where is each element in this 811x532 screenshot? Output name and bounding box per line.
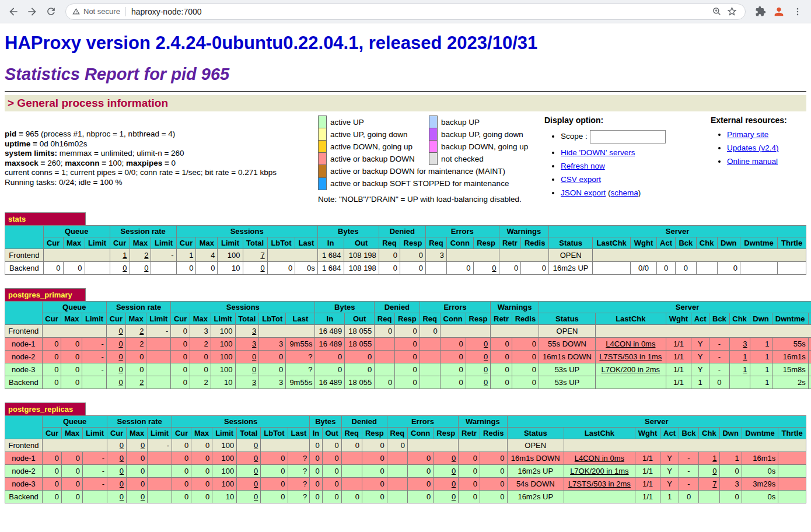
- cell: 0: [261, 490, 288, 503]
- column-header: Dwn: [719, 427, 742, 439]
- link[interactable]: Hide 'DOWN' servers: [561, 148, 635, 157]
- cell: [261, 439, 310, 452]
- profile-avatar[interactable]: [770, 3, 788, 20]
- cell: 0: [362, 490, 387, 503]
- scope-item: Scope :: [561, 130, 711, 144]
- cell: 2: [130, 249, 151, 261]
- legend-swatch: [319, 153, 327, 165]
- cell: -: [82, 337, 107, 350]
- link[interactable]: Updates (v2.4): [727, 144, 779, 152]
- scope-input[interactable]: [590, 130, 666, 144]
- cell: Y: [660, 452, 679, 464]
- column-header: Act: [656, 237, 675, 249]
- link[interactable]: Online manual: [727, 157, 778, 166]
- column-header: Cur: [42, 313, 61, 324]
- cell: 0: [171, 376, 190, 388]
- cell: [42, 324, 106, 337]
- link[interactable]: Primary site: [727, 130, 768, 139]
- cell: 1: [750, 350, 772, 363]
- column-header: Cur: [110, 237, 130, 249]
- column-header: Dwntme: [742, 427, 778, 439]
- extensions-icon[interactable]: [751, 3, 769, 20]
- cell: 0: [106, 363, 125, 376]
- cell: 1: [719, 452, 742, 464]
- reload-button[interactable]: [42, 3, 60, 20]
- proxy-name[interactable]: stats: [5, 212, 86, 225]
- column-header: Cur: [107, 427, 127, 439]
- forward-button[interactable]: [23, 3, 41, 20]
- cell: 0: [171, 324, 190, 337]
- row-label[interactable]: Backend: [5, 261, 44, 274]
- column-header: Conn: [407, 427, 433, 439]
- cell: -: [679, 452, 699, 464]
- cell: -: [82, 350, 107, 363]
- row-label[interactable]: node-3: [5, 363, 43, 376]
- legend-label: active or backup DOWN: [327, 153, 429, 165]
- legend-swatch: [319, 141, 327, 153]
- cell: [341, 452, 362, 464]
- column-header: Limit: [82, 313, 107, 324]
- page-title[interactable]: HAProxy version 2.4.24-0ubuntu0.22.04.1,…: [5, 33, 806, 54]
- row-label[interactable]: Frontend: [5, 249, 44, 261]
- cell: 0: [322, 439, 341, 452]
- cell: [420, 376, 440, 388]
- cell: [146, 363, 171, 376]
- cell: 7: [699, 477, 719, 490]
- row-label[interactable]: Frontend: [5, 439, 43, 452]
- column-header: Act: [691, 313, 709, 324]
- cell: -: [83, 464, 107, 477]
- text: 965 (process #1, nbproc = 1, nbthread = …: [26, 130, 176, 138]
- column-header: Status: [549, 237, 593, 249]
- row-label[interactable]: Frontend: [5, 324, 43, 337]
- cell: 3: [719, 477, 742, 490]
- security-chip[interactable]: Not secure: [72, 7, 125, 16]
- cell: OPEN: [549, 249, 593, 261]
- column-header: Limit: [151, 237, 176, 249]
- column-header: Status: [507, 427, 564, 439]
- cell: ?: [288, 464, 310, 477]
- proxy-name[interactable]: postgres_primary: [5, 288, 86, 301]
- cell: 1/1: [666, 376, 691, 388]
- back-button[interactable]: [5, 3, 22, 20]
- cell: 0: [42, 337, 61, 350]
- bookmark-star-icon[interactable]: [724, 4, 739, 19]
- row-label[interactable]: node-3: [5, 477, 43, 490]
- legend-row: active or backup SOFT STOPPED for mainte…: [319, 177, 533, 190]
- row-label[interactable]: node-2: [5, 464, 43, 477]
- cell: 100: [212, 439, 237, 452]
- row-label[interactable]: node-2: [5, 350, 43, 363]
- link[interactable]: Refresh now: [561, 162, 605, 170]
- address-bar[interactable]: Not secure haproxy-node:7000: [65, 4, 746, 20]
- menu-kebab-icon[interactable]: [789, 3, 806, 20]
- cell: 0: [43, 452, 62, 464]
- row-label[interactable]: Backend: [5, 490, 43, 503]
- bold-text: maxpipes =: [126, 159, 172, 167]
- cell: 0: [512, 363, 539, 376]
- cell: 0: [261, 477, 288, 490]
- column-group-header: Warnings: [499, 225, 549, 237]
- cell: 0: [466, 350, 491, 363]
- cell: 16 489: [315, 337, 345, 350]
- row-label[interactable]: node-1: [5, 337, 43, 350]
- column-group-header: Warnings: [459, 415, 507, 427]
- link[interactable]: JSON export: [561, 188, 606, 197]
- cell: 0: [400, 261, 425, 274]
- column-header: Status: [539, 313, 596, 324]
- table-row: node-100-0202100339m55s16 48918 05500000…: [5, 337, 811, 350]
- link[interactable]: schema: [611, 188, 638, 197]
- cell: 100: [212, 477, 237, 490]
- cell: 0: [395, 376, 420, 388]
- link[interactable]: CSV export: [561, 175, 601, 184]
- cell: 0: [315, 350, 345, 363]
- row-label[interactable]: node-1: [5, 452, 43, 464]
- column-header: Conn: [440, 313, 466, 324]
- cell: 18 055: [345, 337, 375, 350]
- cell: -: [679, 464, 699, 477]
- column-header: Wght: [631, 237, 657, 249]
- row-label[interactable]: Backend: [5, 376, 43, 388]
- zoom-icon[interactable]: [709, 4, 724, 19]
- proxy-name[interactable]: postgres_replicas: [5, 402, 86, 415]
- cell: 0: [719, 464, 742, 477]
- cell: 0: [235, 363, 259, 376]
- cell: -: [709, 337, 729, 350]
